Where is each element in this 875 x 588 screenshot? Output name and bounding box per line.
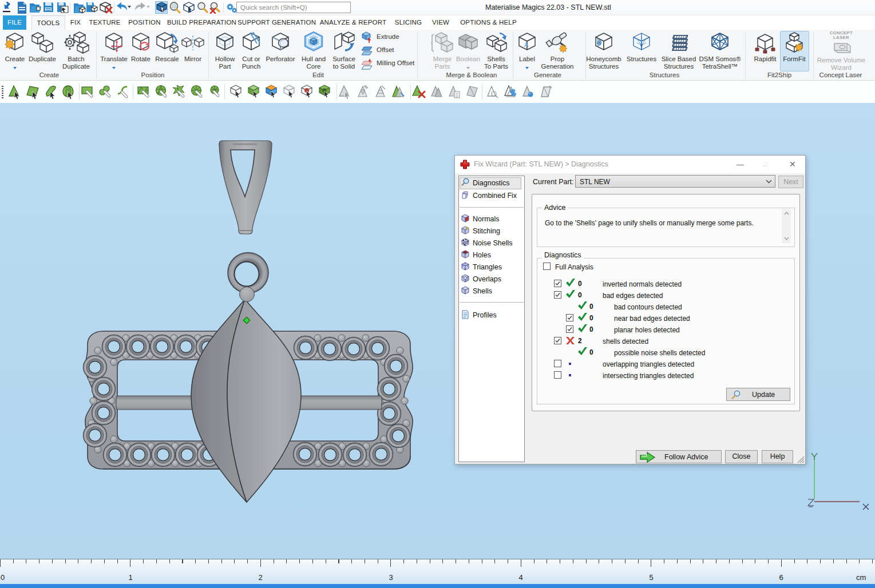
svg-text:A: A (524, 41, 529, 48)
